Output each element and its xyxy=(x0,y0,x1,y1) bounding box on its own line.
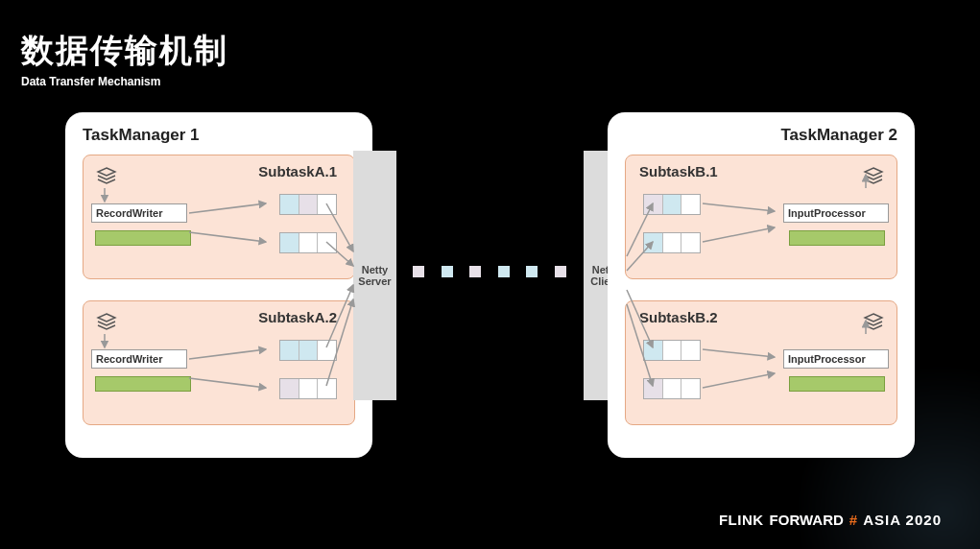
packet-icon xyxy=(442,266,453,277)
layers-icon xyxy=(95,165,118,188)
footer-hash: # xyxy=(849,512,857,528)
record-writer-a1: RecordWriter xyxy=(91,203,187,223)
deserializer-bar xyxy=(789,230,885,246)
packet-icon xyxy=(526,266,538,277)
subtask-a2-label: SubtaskA.2 xyxy=(93,309,345,325)
layers-icon xyxy=(862,311,885,334)
netty-server: Netty Server xyxy=(353,151,396,400)
serializer-bar xyxy=(95,376,191,392)
subtask-a2: SubtaskA.2 RecordWriter xyxy=(83,300,355,425)
subtask-b2: SubtaskB.2 InputProcessor xyxy=(625,300,897,425)
input-buffer xyxy=(643,194,701,215)
packet-icon xyxy=(413,266,424,277)
subtask-b1-label: SubtaskB.1 xyxy=(635,163,887,179)
input-buffer xyxy=(643,340,701,361)
footer-flink: FLINK xyxy=(719,512,764,528)
input-buffer xyxy=(643,378,701,399)
footer-forward: FORWARD xyxy=(770,512,844,528)
main-title: 数据传输机制 xyxy=(21,29,228,73)
input-processor-b1: InputProcessor xyxy=(783,203,889,223)
packet-icon xyxy=(469,266,481,277)
output-buffer xyxy=(279,232,337,253)
subtask-a1-label: SubtaskA.1 xyxy=(93,163,345,179)
input-processor-b2: InputProcessor xyxy=(783,349,889,369)
packet-icon xyxy=(555,266,566,277)
input-buffer xyxy=(643,232,701,253)
taskmanager-2: TaskManager 2 SubtaskB.1 InputProcessor … xyxy=(608,112,915,458)
subtask-a1: SubtaskA.1 RecordWriter xyxy=(83,155,355,279)
serializer-bar xyxy=(95,230,191,246)
tm1-label: TaskManager 1 xyxy=(83,126,355,145)
footer: FLINK FORWARD #ASIA 2020 xyxy=(719,512,942,528)
packet-icon xyxy=(498,266,510,277)
output-buffer xyxy=(279,194,337,215)
output-buffer xyxy=(279,378,337,399)
taskmanager-1: TaskManager 1 SubtaskA.1 RecordWriter Su… xyxy=(65,112,372,458)
footer-asia: ASIA 2020 xyxy=(863,512,942,528)
layers-icon xyxy=(95,311,118,334)
output-buffer xyxy=(279,340,337,361)
title-area: 数据传输机制 Data Transfer Mechanism xyxy=(21,29,228,88)
record-writer-a2: RecordWriter xyxy=(91,349,187,369)
subtask-b1: SubtaskB.1 InputProcessor xyxy=(625,155,897,279)
netty-server-label: Netty Server xyxy=(353,264,396,287)
sub-title: Data Transfer Mechanism xyxy=(21,75,228,88)
network-stream xyxy=(413,266,566,277)
tm2-label: TaskManager 2 xyxy=(625,126,897,145)
diagram: TaskManager 1 SubtaskA.1 RecordWriter Su… xyxy=(65,112,915,458)
layers-icon xyxy=(862,165,885,188)
deserializer-bar xyxy=(789,376,885,392)
subtask-b2-label: SubtaskB.2 xyxy=(635,309,887,325)
